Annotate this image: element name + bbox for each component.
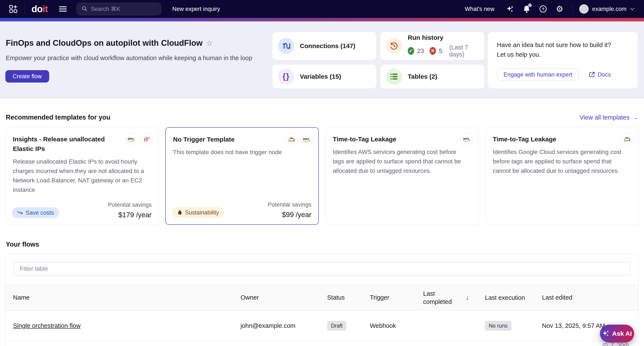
navbar-right: What's new ? ⚙ example.com — [465, 4, 635, 14]
logo-do: do — [32, 4, 42, 14]
template-title: Insights - Release unallocated Elastic I… — [13, 134, 120, 154]
account-name[interactable]: example.com — [592, 6, 626, 12]
notification-dot — [528, 4, 532, 7]
sort-descending-icon[interactable]: ↓ — [466, 294, 469, 302]
your-flows-heading: Your flows — [6, 240, 638, 248]
expert-line-2: Let us help you. — [497, 50, 628, 60]
engage-expert-button[interactable]: Engage with human expert — [497, 68, 579, 81]
sparkles-icon — [602, 330, 610, 337]
view-all-templates-link[interactable]: View all templates → — [580, 114, 638, 121]
template-cards-row: aws d Insights - Release unallocated Ela… — [5, 127, 639, 225]
connections-card[interactable]: Connections (147) — [272, 32, 376, 60]
savings-label: Potential savings — [268, 202, 311, 208]
run-period: (Last 7 days) — [449, 44, 479, 58]
svg-text:?: ? — [542, 7, 544, 11]
svg-text:aws: aws — [128, 137, 134, 140]
template-card-no-trigger[interactable]: aws No Trigger Template This template do… — [165, 127, 318, 225]
run-history-stats: ✓ 23 ✕ 5 (Last 7 days) — [408, 44, 479, 58]
search-icon — [82, 6, 88, 12]
app-launcher-icon[interactable] — [9, 5, 18, 13]
ask-ai-button[interactable]: Ask AI — [600, 324, 634, 342]
column-header-last-completed[interactable]: Last completed ↓ — [423, 290, 485, 306]
column-header-owner[interactable]: Owner — [240, 294, 327, 301]
template-card-time-to-tag-gcp[interactable]: Time-to-Tag Leakage Identifies Google Cl… — [485, 127, 639, 225]
page-title: FinOps and CloudOps on autopilot with Cl… — [6, 38, 213, 48]
page-title-text: FinOps and CloudOps on autopilot with Cl… — [6, 38, 202, 48]
success-check-icon: ✓ — [408, 47, 414, 55]
navbar-divider — [24, 4, 24, 14]
run-history-card[interactable]: Run history ✓ 23 ✕ 5 (Last 7 days) — [380, 32, 484, 60]
search-input[interactable]: Search ⌘K — [76, 3, 161, 15]
template-description: This template does not have trigger node — [173, 148, 311, 157]
view-all-label: View all templates — [580, 114, 630, 121]
variables-card[interactable]: {} Variables (15) — [272, 64, 376, 88]
help-icon[interactable]: ? — [539, 5, 547, 13]
table-header-row: Name Owner Status Trigger Last completed… — [6, 284, 638, 311]
status-badge: Draft — [327, 321, 346, 331]
create-flow-button[interactable]: Create flow — [5, 70, 49, 82]
failed-cross-icon: ✕ — [430, 47, 436, 55]
template-title: No Trigger Template — [173, 134, 280, 144]
tables-icon — [386, 68, 402, 85]
favorite-star-icon[interactable]: ☆ — [206, 39, 213, 48]
clipped-footer-fragment: (0, 7, 30d) — [6, 342, 638, 346]
google-cloud-logo-icon — [620, 133, 633, 146]
no-runs-badge: No runs — [485, 321, 512, 331]
template-title: Time-to-Tag Leakage — [493, 134, 600, 144]
sustainability-chip: Sustainability — [172, 207, 224, 218]
ai-sparkles-icon[interactable] — [506, 5, 514, 13]
filter-table-input[interactable] — [14, 262, 630, 276]
notifications-bell-icon[interactable] — [523, 5, 530, 13]
tables-card[interactable]: Tables (2) — [380, 64, 484, 88]
chevron-down-icon[interactable] — [630, 7, 635, 11]
flow-name-link[interactable]: Single orchestration flow — [13, 322, 80, 329]
column-header-last-execution[interactable]: Last execution — [485, 294, 542, 302]
docs-link[interactable]: Docs — [588, 72, 611, 78]
flows-table-panel: Name Owner Status Trigger Last completed… — [5, 254, 639, 346]
arrow-right-icon: → — [632, 114, 638, 121]
expert-help-card: Have an idea but not sure how to build i… — [488, 32, 638, 88]
last-execution-label: Last execution — [485, 294, 525, 301]
savings-block: Potential savings $179 /year — [108, 202, 152, 219]
connections-icon — [278, 38, 294, 54]
template-description: Identifies AWS services generating cost … — [333, 147, 471, 176]
svg-text:d: d — [144, 136, 148, 143]
external-link-icon — [588, 72, 595, 78]
column-header-trigger[interactable]: Trigger — [370, 294, 423, 301]
navbar-divider-right — [572, 4, 573, 14]
flow-owner-cell: john@example.com — [240, 322, 327, 329]
run-history-info: Run history ✓ 23 ✕ 5 (Last 7 days) — [408, 34, 479, 58]
column-header-name[interactable]: Name — [13, 294, 240, 301]
templates-header: Recommended templates for you View all t… — [6, 114, 638, 121]
column-header-last-edited[interactable]: Last edited — [542, 294, 638, 301]
savings-value: $99 /year — [268, 211, 311, 219]
hero-section: FinOps and CloudOps on autopilot with Cl… — [0, 22, 644, 98]
doit-logo[interactable]: doit — [32, 4, 48, 14]
provider-badges: aws d — [125, 133, 153, 146]
menu-icon[interactable] — [59, 6, 67, 12]
svg-text:aws: aws — [463, 137, 469, 140]
aws-logo-icon: aws — [125, 133, 138, 146]
provider-badges: aws — [460, 133, 473, 146]
table-row: Single orchestration flow john@example.c… — [6, 311, 638, 341]
savings-label: Potential savings — [108, 202, 152, 208]
template-card-elastic-ips[interactable]: aws d Insights - Release unallocated Ela… — [5, 127, 159, 225]
provider-badges: aws — [285, 133, 313, 146]
flow-trigger-cell: Webhook — [370, 322, 423, 329]
failed-count: 5 — [439, 48, 442, 54]
whats-new-link[interactable]: What's new — [465, 6, 494, 12]
trending-down-icon — [17, 210, 23, 215]
chip-label: Sustainability — [185, 209, 219, 216]
flow-name-cell: Single orchestration flow — [13, 322, 240, 329]
savings-value: $179 /year — [108, 211, 152, 219]
success-count: 23 — [417, 48, 424, 54]
new-expert-inquiry-link[interactable]: New expert inquiry — [172, 6, 220, 12]
run-history-title: Run history — [408, 34, 479, 41]
template-description: Identifies Google Cloud services generat… — [493, 147, 631, 176]
avatar[interactable] — [579, 4, 588, 14]
column-header-status[interactable]: Status — [327, 294, 370, 301]
doit-logo-icon: d — [140, 133, 153, 146]
settings-gear-icon[interactable]: ⚙ — [556, 5, 563, 13]
logo-it: it — [42, 4, 48, 14]
template-card-time-to-tag-aws[interactable]: aws Time-to-Tag Leakage Identifies AWS s… — [326, 127, 479, 225]
